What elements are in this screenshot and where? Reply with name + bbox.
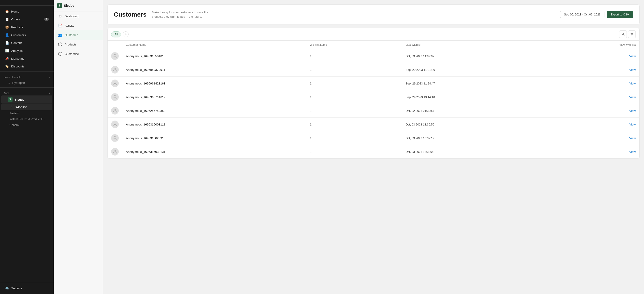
toolbar-right [619,31,636,38]
customer-name: Anonymous_1696315020913 [122,131,306,145]
svg-point-8 [114,68,116,70]
svg-point-11 [114,109,116,111]
sidebar-item-customers[interactable]: 👤 Customers [1,31,52,39]
customer-name: Anonymous_1695965714619 [122,90,306,104]
plugin-nav-dashboard[interactable]: ⊞ Dashboard [54,12,103,21]
last-wishlist-date: Sep, 29 2023 13:14:18 [402,90,546,104]
customers-tbody: Anonymous_1696316504815 1 Oct, 03 2023 1… [108,49,639,159]
sidebar-item-settings[interactable]: ⚙️ Settings [1,284,52,292]
sidebar-item-hydrogen[interactable]: ⬡ Hydrogen [1,80,52,86]
plugin-nav-customize[interactable]: Customize [54,49,103,59]
svg-point-14 [114,150,116,152]
activity-icon: 📈 [58,23,62,28]
home-icon: 🏠 [5,10,9,14]
svg-point-13 [114,136,116,138]
settings-icon: ⚙️ [5,286,9,290]
page-header-card: Customers Make it easy for your customer… [107,5,640,25]
plugin-nav-activity[interactable]: 📈 Activity [54,21,103,30]
avatar-cell [108,49,122,63]
avatar [111,93,119,101]
wishlist-items-count: 1 [306,90,402,104]
main-content: Customers Make it easy for your customer… [103,0,644,294]
sidebar-header [0,0,54,6]
discounts-icon: 🏷️ [5,64,9,68]
last-wishlist-date: Sep, 29 2023 11:24:47 [402,77,546,90]
analytics-icon: 📊 [5,49,9,53]
view-wishlist-link[interactable]: View [629,82,636,85]
last-wishlist-date: Oct, 02 2023 21:30:57 [402,104,546,118]
date-range-button[interactable]: Sep 06, 2023 - Oct 06, 2023 [560,11,604,18]
sidebar-item-analytics[interactable]: 📊 Analytics [1,47,52,54]
plugin-products-icon [58,42,62,47]
export-csv-button[interactable]: Export to CSV [607,11,633,18]
view-wishlist-link[interactable]: View [629,150,636,154]
customer-name: Anonymous_1696255759358 [122,104,306,118]
customer-name: Anonymous_1695961423163 [122,77,306,90]
view-wishlist-link[interactable]: View [629,54,636,58]
sidebar-item-discounts[interactable]: 🏷️ Discounts [1,63,52,70]
customer-name: Anonymous_1696316504815 [122,49,306,63]
avatar [111,66,119,74]
sidebar-item-orders[interactable]: 📋 Orders 1 [1,16,52,23]
sort-button[interactable] [628,31,636,38]
view-link-cell: View [546,131,639,145]
sidebar-item-products[interactable]: 📦 Products [1,23,52,31]
plugin-nav-header: S Sledge [54,0,103,12]
table-row: Anonymous_1696255759358 2 Oct, 02 2023 2… [108,104,639,118]
sales-channels-expand-icon[interactable]: › [49,76,50,78]
filter-add-button[interactable]: + [123,31,128,37]
sidebar-sub-sub-item-review[interactable]: Review [0,110,54,116]
view-wishlist-link[interactable]: View [629,95,636,99]
sidebar-item-sledge[interactable]: S Sledge [1,95,52,103]
customers-table-card: All + [107,28,640,159]
sidebar-sub-item-wishlist[interactable]: └ Wishlist [1,104,52,110]
orders-badge: 1 [44,18,49,21]
view-link-cell: View [546,145,639,159]
col-last-wishlist-header: Last Wishlist [402,41,546,49]
view-link-cell: View [546,90,639,104]
plugin-nav-products[interactable]: Products [54,40,103,49]
view-wishlist-link[interactable]: View [629,109,636,112]
sales-channels-label: Sales channels › [0,73,54,79]
svg-line-1 [624,35,624,36]
tree-icon: └ [10,105,12,109]
sidebar-sub-sub-item-instant-search[interactable]: Instant Search & Product F... [0,116,54,122]
avatar [111,148,119,156]
sidebar-item-marketing[interactable]: 📣 Marketing [1,55,52,62]
plugin-nav-customer[interactable]: 👥 Customer [54,30,103,40]
avatar-cell [108,63,122,77]
apps-expand-icon[interactable]: › [49,92,50,94]
sidebar-sub-sub-item-general[interactable]: General [0,122,54,128]
last-wishlist-date: Oct, 03 2023 13:38:08 [402,145,546,159]
last-wishlist-date: Sep, 29 2023 11:01:26 [402,63,546,77]
customer-name: Anonymous_1696315033131 [122,145,306,159]
svg-point-10 [114,95,116,97]
wishlist-items-count: 3 [306,63,402,77]
page-header-actions: Sep 06, 2023 - Oct 06, 2023 Export to CS… [560,11,633,18]
view-link-cell: View [546,118,639,131]
table-row: Anonymous_1695959379911 3 Sep, 29 2023 1… [108,63,639,77]
filter-all-button[interactable]: All [111,31,121,37]
view-wishlist-link[interactable]: View [629,136,636,140]
view-wishlist-link[interactable]: View [629,123,636,126]
wishlist-items-count: 1 [306,131,402,145]
col-view-header: View Wishlist [546,41,639,49]
sidebar-item-content[interactable]: 📄 Content [1,39,52,47]
sidebar-item-home[interactable]: 🏠 Home [1,8,52,15]
table-row: Anonymous_1695961423163 1 Sep, 29 2023 1… [108,77,639,90]
avatar-cell [108,104,122,118]
avatar [111,120,119,128]
avatar [111,52,119,60]
table-row: Anonymous_1696315003111 1 Oct, 03 2023 1… [108,118,639,131]
customers-icon: 👤 [5,33,9,37]
table-header-row: Customer Name Wishlist items Last Wishli… [108,41,639,49]
view-link-cell: View [546,104,639,118]
customer-name: Anonymous_1696315003111 [122,118,306,131]
customize-icon [58,52,62,56]
view-wishlist-link[interactable]: View [629,68,636,71]
plugin-logo: S [57,3,62,8]
search-filter-button[interactable] [619,31,627,38]
wishlist-items-count: 1 [306,77,402,90]
page-description: Make it easy for your customers to save … [152,10,214,19]
view-link-cell: View [546,77,639,90]
